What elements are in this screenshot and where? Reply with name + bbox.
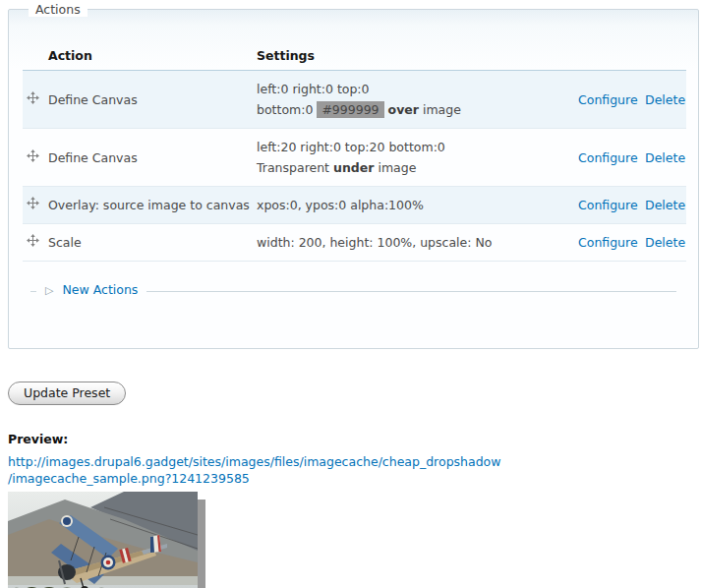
configure-link[interactable]: Configure [578, 92, 638, 107]
move-icon[interactable] [27, 89, 39, 102]
table-row: Define Canvas left:0 right:0 top:0 botto… [23, 71, 686, 129]
table-row: Scale width: 200, height: 100%, upscale:… [23, 224, 686, 262]
configure-link[interactable]: Configure [578, 235, 638, 250]
actions-table: Action Settings Define Canvas left:0 rig… [23, 43, 686, 262]
action-name: Define Canvas [48, 71, 257, 129]
action-name: Scale [48, 224, 257, 262]
settings-keyword: over [388, 102, 419, 117]
action-settings: left:0 right:0 top:0 bottom:0#999999over… [257, 71, 578, 129]
actions-fieldset: Actions Action Settings Define Canvas [8, 9, 699, 349]
delete-column-header [645, 43, 686, 71]
triangle-right-icon: ▷ [45, 284, 53, 297]
new-actions-label: New Actions [62, 282, 138, 297]
configure-link[interactable]: Configure [578, 198, 638, 212]
preview-label: Preview: [8, 432, 701, 446]
preview-url-line2: /imagecache_sample.png?1241239585 [8, 471, 250, 486]
new-actions-fieldset: ▷New Actions [30, 291, 676, 315]
move-icon[interactable] [27, 147, 39, 160]
delete-link[interactable]: Delete [645, 198, 685, 212]
settings-keyword: under [333, 160, 374, 175]
preview-url-line1: http://images.drupal6.gadget/sites/image… [8, 454, 500, 469]
drag-column-header [23, 43, 48, 71]
configure-column-header [578, 43, 645, 71]
delete-link[interactable]: Delete [645, 150, 685, 165]
actions-fieldset-legend: Actions [29, 2, 88, 17]
preview-url-link[interactable]: http://images.drupal6.gadget/sites/image… [8, 453, 598, 487]
preview-image-wrapper [8, 492, 205, 588]
action-settings: left:20 right:0 top:20 bottom:0 Transpar… [257, 129, 578, 187]
settings-column-header: Settings [257, 43, 578, 71]
preview-image [8, 492, 198, 588]
color-swatch: #999999 [317, 101, 383, 118]
settings-text: width: 200, height: 100%, upscale: No [257, 235, 492, 250]
action-settings: xpos:0, ypos:0 alpha:100% [257, 187, 578, 224]
settings-text: xpos:0, ypos:0 alpha:100% [257, 198, 424, 212]
table-header-row: Action Settings [23, 43, 686, 71]
settings-text: image [423, 102, 461, 117]
action-settings: width: 200, height: 100%, upscale: No [257, 224, 578, 262]
settings-text: image [378, 160, 416, 175]
action-column-header: Action [48, 43, 257, 71]
move-icon[interactable] [27, 195, 39, 207]
delete-link[interactable]: Delete [645, 235, 685, 250]
update-preset-button[interactable]: Update Preset [8, 382, 126, 405]
configure-link[interactable]: Configure [578, 150, 638, 165]
table-row: Overlay: source image to canvas xpos:0, … [23, 187, 686, 224]
delete-link[interactable]: Delete [645, 92, 685, 107]
new-actions-toggle[interactable]: ▷New Actions [36, 282, 146, 297]
move-icon[interactable] [27, 232, 39, 245]
table-row: Define Canvas left:20 right:0 top:20 bot… [23, 129, 686, 187]
action-name: Overlay: source image to canvas [48, 187, 257, 224]
action-name: Define Canvas [48, 129, 257, 187]
